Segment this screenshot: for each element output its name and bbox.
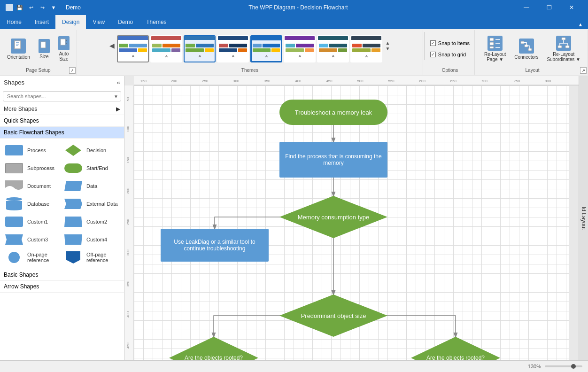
auto-size-button[interactable]: AutoSize [55, 34, 73, 64]
quick-shapes-section[interactable]: Quick Shapes [0, 115, 124, 127]
theme-7[interactable]: A [317, 35, 349, 62]
tab-design[interactable]: Design [55, 15, 86, 29]
svg-text:300: 300 [126, 249, 130, 256]
themes-scroll-right[interactable]: ▲▼ [384, 32, 391, 59]
main-area: Shapes « ▼ More Shapes ▶ Quick Shapes Ba… [0, 76, 588, 360]
tab-demo[interactable]: Demo [111, 15, 139, 29]
relayout-subordinates-button[interactable]: Re-LayoutSubordinates ▼ [543, 33, 584, 64]
more-shapes-label: More Shapes [4, 106, 37, 112]
shape-startend[interactable]: Start/End [62, 159, 121, 177]
size-button[interactable]: Size [35, 37, 53, 62]
theme-1[interactable]: A [117, 35, 149, 62]
svg-text:200: 200 [126, 187, 130, 194]
zoom-slider[interactable] [545, 365, 582, 367]
zoom-level: 130% [528, 364, 541, 369]
ribbon-group-layout: Re-LayoutPage ▼ Connectors [477, 30, 588, 75]
svg-rect-5 [61, 39, 65, 45]
arrow-shapes-section[interactable]: Arrow Shapes [0, 281, 124, 293]
shape-custom4[interactable]: Custom4 [62, 231, 121, 248]
more-shapes-arrow: ▶ [116, 106, 120, 112]
layout-buttons: Re-LayoutPage ▼ Connectors [481, 32, 584, 66]
layout-label: Layout [526, 66, 540, 73]
custom1-icon [5, 216, 23, 228]
shape-onpage[interactable]: On-page reference [3, 248, 62, 266]
svg-text:150: 150 [126, 157, 130, 163]
shape-document[interactable]: Document [3, 177, 62, 195]
quick-shapes-label: Quick Shapes [4, 117, 39, 124]
layout-expand[interactable]: ↗ [580, 67, 587, 74]
theme-5[interactable]: A [250, 35, 282, 62]
snap-to-grid-option[interactable]: Snap to grid [430, 52, 470, 57]
shape-custom3[interactable]: Custom3 [3, 231, 62, 248]
tab-view[interactable]: View [86, 15, 111, 29]
shape-custom2[interactable]: Custom2 [62, 213, 121, 231]
tab-themes[interactable]: Themes [139, 15, 173, 29]
svg-text:550: 550 [388, 78, 395, 83]
maximize-button[interactable]: ❐ [538, 0, 560, 15]
node-memtype[interactable]: Memory consumption type [279, 196, 387, 238]
themes-content: ◀ A [108, 32, 391, 66]
customize-quick-access[interactable]: ▼ [49, 3, 58, 12]
more-shapes-section[interactable]: More Shapes ▶ [0, 103, 124, 115]
shapes-panel: Shapes « ▼ More Shapes ▶ Quick Shapes Ba… [0, 76, 124, 360]
ribbon-group-options: Snap to items Snap to grid Options [426, 30, 475, 75]
node-leakdiag[interactable]: Use LeakDiag or a similar tool to contin… [161, 229, 269, 262]
theme-2[interactable]: A [150, 35, 182, 62]
canvas-content[interactable]: Troubleshoot a memory leak Find the proc… [134, 85, 569, 360]
search-dropdown-arrow[interactable]: ▼ [114, 94, 118, 99]
page-setup-expand[interactable]: ↗ [69, 67, 76, 74]
snap-grid-checkbox[interactable] [430, 52, 436, 57]
snap-to-items-option[interactable]: Snap to items [430, 40, 470, 46]
shape-database[interactable]: Database [3, 195, 62, 213]
search-input[interactable] [3, 91, 121, 101]
shape-decision[interactable]: Decision [62, 141, 121, 159]
node-rooted-left[interactable]: Are the objects rooted? [169, 337, 258, 360]
orientation-button[interactable]: Orientation [4, 36, 33, 62]
ruler-left: 50 100 150 200 250 300 350 400 450 [124, 85, 134, 360]
ribbon-group-themes: ◀ A [77, 30, 423, 75]
custom4-icon [64, 233, 83, 246]
page-setup-label: Page Setup [26, 66, 50, 73]
basic-shapes-section[interactable]: Basic Shapes [0, 269, 124, 281]
properties-panel[interactable]: Id Layout [579, 76, 588, 360]
shape-extdata[interactable]: External Data [62, 195, 121, 213]
shapes-panel-title: Shapes [4, 79, 24, 86]
canvas-area[interactable]: 150 200 250 300 350 400 450 500 550 600 … [124, 76, 579, 360]
theme-3[interactable]: A [184, 35, 216, 62]
shape-process[interactable]: Process [3, 141, 62, 159]
svg-text:450: 450 [126, 342, 130, 349]
themes-scroll-left[interactable]: ◀ [108, 32, 115, 59]
shape-data[interactable]: Data [62, 177, 121, 195]
relayout-page-button[interactable]: Re-LayoutPage ▼ [481, 33, 509, 64]
undo-button[interactable]: ↩ [26, 3, 36, 12]
minimize-button[interactable]: — [516, 0, 537, 15]
node-rooted-right[interactable]: Are the objects rooted? [411, 337, 500, 360]
theme-8[interactable]: A [350, 35, 382, 62]
theme-6[interactable]: A [284, 35, 316, 62]
status-bar: 130% [0, 360, 588, 372]
node-find-process[interactable]: Find the process that is consuming the m… [279, 142, 387, 178]
save-button[interactable]: 💾 [15, 3, 24, 12]
svg-text:500: 500 [357, 78, 364, 83]
tab-home[interactable]: Home [0, 15, 28, 29]
svg-text:250: 250 [126, 218, 130, 225]
node-troubleshoot[interactable]: Troubleshoot a memory leak [279, 100, 387, 125]
shape-custom1[interactable]: Custom1 [3, 213, 62, 231]
shape-offpage[interactable]: Off-page reference [62, 248, 121, 266]
redo-button[interactable]: ↪ [38, 3, 47, 12]
custom3-icon [5, 233, 23, 246]
svg-rect-17 [562, 38, 565, 40]
connectors-button[interactable]: Connectors [511, 36, 542, 62]
close-button[interactable]: ✕ [561, 0, 582, 15]
basic-flowchart-section[interactable]: Basic Flowchart Shapes [0, 127, 124, 139]
snap-items-checkbox[interactable] [430, 40, 436, 46]
zoom-thumb[interactable] [571, 364, 576, 369]
shape-subprocess[interactable]: Subprocess [3, 159, 62, 177]
shapes-collapse-button[interactable]: « [117, 79, 120, 86]
tab-insert[interactable]: Insert [28, 15, 55, 29]
theme-4[interactable]: A [217, 35, 249, 62]
ribbon-collapse-button[interactable]: ▲ [576, 20, 585, 29]
svg-text:300: 300 [233, 78, 240, 83]
node-predominant[interactable]: Predominant object size [279, 294, 387, 337]
shapes-search: ▼ [3, 91, 121, 101]
